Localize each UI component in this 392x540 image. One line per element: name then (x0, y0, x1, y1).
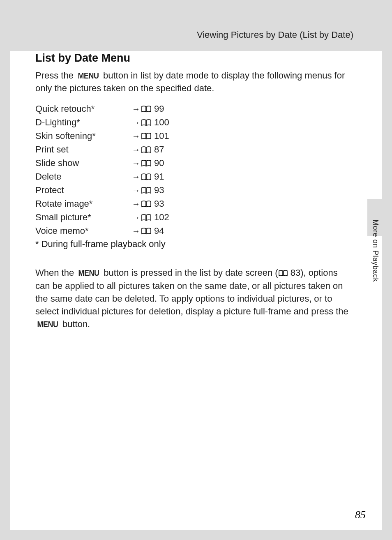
menu-glyph: MENU (78, 267, 99, 279)
arrow-icon: → (132, 172, 140, 182)
page-reference: 87 (154, 144, 164, 155)
page-reference: 100 (154, 117, 169, 128)
arrow-icon: → (132, 186, 140, 195)
arrow-icon: → (132, 159, 140, 168)
body-ref-page-num: 83 (291, 268, 300, 278)
intro-paragraph: Press the MENU button in list by date mo… (35, 69, 352, 95)
menu-list: Quick retouch*→99D-Lighting*→100Skin sof… (35, 102, 352, 238)
body-t1: When the (35, 268, 76, 278)
page-reference: 91 (154, 171, 164, 182)
menu-row: Skin softening*→101 (35, 129, 352, 143)
arrow-icon: → (132, 145, 140, 155)
book-icon (141, 214, 152, 221)
book-icon (141, 106, 152, 113)
menu-item-label: Voice memo* (35, 226, 132, 236)
section-heading: List by Date Menu (35, 52, 352, 65)
body-t2: button is pressed in the list by date sc… (101, 268, 278, 278)
menu-item-label: Rotate image* (35, 198, 132, 209)
body-paragraph: When the MENU button is pressed in the l… (35, 267, 352, 331)
menu-row: Small picture*→102 (35, 211, 352, 224)
book-icon (278, 268, 288, 280)
page-reference: 94 (154, 226, 164, 236)
book-icon (141, 146, 152, 153)
menu-row: Quick retouch*→99 (35, 102, 352, 116)
page-reference: 102 (154, 212, 169, 223)
menu-row: Slide show→90 (35, 157, 352, 170)
menu-item-label: Protect (35, 185, 132, 196)
menu-item-label: Delete (35, 171, 132, 182)
menu-glyph: MENU (78, 69, 99, 81)
side-tab-label: More on Playback (371, 219, 380, 282)
arrow-icon: → (132, 226, 140, 236)
book-icon (141, 187, 152, 194)
book-icon (141, 119, 152, 126)
menu-item-label: Small picture* (35, 212, 132, 223)
menu-item-label: Quick retouch* (35, 104, 132, 114)
menu-item-label: Print set (35, 144, 132, 155)
arrow-icon: → (132, 132, 140, 141)
page-number: 85 (355, 509, 366, 521)
page-reference: 93 (154, 198, 164, 209)
page-reference: 93 (154, 185, 164, 196)
arrow-icon: → (132, 199, 140, 209)
menu-item-label: Skin softening* (35, 131, 132, 141)
book-icon (141, 160, 152, 167)
running-header: Viewing Pictures by Date (List by Date) (197, 30, 353, 40)
menu-glyph: MENU (37, 318, 58, 330)
menu-row: Rotate image*→93 (35, 197, 352, 211)
book-icon (141, 133, 152, 140)
page-reference: 101 (154, 131, 169, 141)
body-t4: button. (60, 319, 90, 329)
page-reference: 99 (154, 104, 164, 114)
menu-row: Print set→87 (35, 143, 352, 157)
book-icon (141, 228, 152, 235)
page: Viewing Pictures by Date (List by Date) … (10, 10, 382, 530)
menu-row: Protect→93 (35, 184, 352, 197)
menu-item-label: D-Lighting* (35, 117, 132, 128)
book-icon (141, 173, 152, 180)
menu-row: Delete→91 (35, 170, 352, 184)
menu-row: Voice memo*→94 (35, 224, 352, 238)
arrow-icon: → (132, 213, 140, 222)
footnote: * During full-frame playback only (35, 239, 352, 249)
menu-row: D-Lighting*→100 (35, 116, 352, 129)
page-reference: 90 (154, 158, 164, 168)
book-icon (141, 201, 152, 208)
intro-text-pre: Press the (35, 70, 76, 81)
content-area: List by Date Menu Press the MENU button … (35, 52, 352, 331)
arrow-icon: → (132, 104, 140, 114)
arrow-icon: → (132, 118, 140, 127)
menu-item-label: Slide show (35, 158, 132, 168)
